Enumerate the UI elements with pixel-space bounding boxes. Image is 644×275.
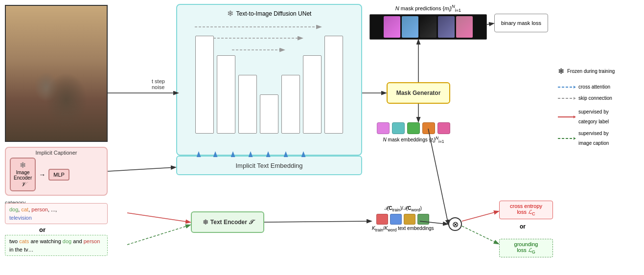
legend-frozen: ❄ Frozen during training [558, 64, 641, 79]
legend-supervised-category: supervised bycategory label [558, 107, 641, 127]
text-enc-label: Text Encoder 𝒯 [210, 219, 253, 226]
ce-loss-label: cross entropyloss ℒC [510, 203, 542, 216]
image-encoder-box: ❄ ImageEncoder 𝒱 [10, 158, 36, 191]
unet-col-5 [281, 75, 300, 134]
caption-person: person [84, 238, 100, 244]
label-ellipsis: , ..., [48, 206, 57, 212]
cat-image [5, 5, 108, 142]
svg-line-29 [127, 213, 190, 222]
ite-box: Implicit Text Embedding [176, 156, 362, 175]
caption-cats: cats [19, 238, 29, 244]
mask-thumb-4 [438, 16, 455, 38]
mask-thumb-2 [402, 16, 418, 38]
caption-text2: are watching [29, 238, 62, 244]
unet-col-6 [303, 55, 322, 134]
or-losses-label: or [520, 223, 526, 230]
emb-sq-4 [422, 122, 435, 134]
temb-sq-2 [390, 214, 402, 225]
unet-frozen-icon: ❄ [227, 9, 233, 18]
legend-frozen-icon: ❄ [558, 64, 564, 79]
arrow-enc-mlp: → [39, 171, 46, 179]
svg-line-22 [487, 23, 493, 24]
emb-sq-3 [407, 122, 420, 134]
temb-sq-3 [404, 214, 415, 225]
diagram: Implicit Captioner ❄ ImageEncoder 𝒱 → ML… [0, 0, 644, 275]
svg-marker-3 [574, 97, 575, 100]
label-television: television [9, 215, 32, 221]
svg-marker-5 [574, 115, 575, 118]
legend-cross-attention-label: cross attention [578, 82, 610, 92]
legend-skip-connection: skip connection [558, 93, 641, 103]
supervised-category-line-icon [558, 114, 575, 120]
text-enc-frozen-icon: ❄ [203, 218, 208, 226]
svg-line-27 [462, 211, 498, 221]
encoder-var: 𝒱 [21, 181, 25, 188]
svg-line-28 [462, 226, 498, 244]
caption-text4: in the tv… [9, 247, 34, 252]
t-step-noise-label: t stepnoise [152, 78, 165, 90]
unet-col-7 [324, 36, 343, 134]
legend-skip-connection-label: skip connection [578, 93, 612, 103]
caption-dog: dog [63, 238, 71, 244]
emb-sq-5 [437, 122, 450, 134]
caption-text3: and [71, 238, 83, 244]
label-cat: cat [21, 206, 28, 212]
unet-title: Text-to-Image Diffusion UNet [236, 10, 312, 17]
mask-embeddings-area: N mask embeddings {zi}Ni=1 [377, 122, 450, 144]
legend-frozen-label: Frozen during training [567, 67, 615, 76]
svg-marker-7 [574, 137, 575, 140]
unet-box: ❄ Text-to-Image Diffusion UNet [176, 4, 362, 156]
mask-generator-box: Mask Generator [387, 82, 450, 104]
svg-line-25 [264, 221, 371, 222]
legend-cross-attention: cross attention [558, 82, 641, 92]
text-emb-formula: 𝒯(Ctrain)/𝒯(Cword) [372, 206, 434, 212]
skip-connection-line-icon [558, 95, 575, 101]
binary-mask-loss-label: binary mask loss [501, 20, 541, 26]
legend-box: ❄ Frozen during training cross attention… [558, 64, 641, 150]
or-label: or [39, 226, 46, 233]
legend-supervised-caption: supervised byimage caption [558, 129, 641, 148]
label-person: person [31, 206, 48, 212]
svg-line-9 [108, 167, 175, 171]
emb-sq-2 [392, 122, 405, 134]
cross-attention-line-icon [558, 84, 575, 90]
text-embeddings-area: 𝒯(Ctrain)/𝒯(Cword) Ktrain/Kword text emb… [372, 206, 434, 232]
mask-thumb-5 [456, 16, 473, 38]
unet-col-4 [260, 94, 278, 134]
mask-pred-label: N mask predictions {mi}Ni=1 [369, 4, 487, 13]
text-encoder-box: ❄ Text Encoder 𝒯 [191, 211, 264, 233]
mlp-box: MLP [48, 169, 69, 181]
grounding-loss-label: groundingloss ℒG [514, 241, 538, 254]
unet-col-3 [238, 75, 257, 134]
temb-sq-4 [417, 214, 429, 225]
unet-col-1 [195, 36, 214, 134]
image-caption-box: two cats are watching dog and person in … [5, 235, 108, 256]
grounding-loss-box: groundingloss ℒG [499, 239, 553, 257]
legend-supervised-caption-label: supervised byimage caption [578, 129, 609, 148]
cross-entropy-loss-box: cross entropyloss ℒC [499, 201, 553, 219]
mask-gen-label: Mask Generator [396, 90, 441, 96]
mask-thumb-3 [420, 16, 437, 38]
legend-supervised-category-label: supervised bycategory label [578, 107, 609, 127]
caption-text1: two [9, 238, 19, 244]
binary-mask-loss-box: binary mask loss [494, 14, 548, 32]
k-label: Ktrain/Kword text embeddings [372, 226, 434, 232]
unet-col-2 [217, 55, 235, 134]
category-labels-box: dog, cat, person, ..., television [5, 203, 108, 224]
mask-emb-squares-row [377, 122, 450, 134]
captioner-title: Implicit Captioner [10, 150, 103, 156]
mask-images-row [369, 14, 487, 40]
frozen-icon-encoder: ❄ [20, 160, 26, 170]
text-emb-squares-row [372, 214, 434, 225]
otimes-symbol: ⊗ [448, 217, 462, 231]
label-dog: dog [9, 206, 18, 212]
implicit-captioner-box: Implicit Captioner ❄ ImageEncoder 𝒱 → ML… [5, 147, 108, 196]
emb-sq-1 [377, 122, 390, 134]
image-encoder-label: ImageEncoder [14, 170, 32, 181]
supervised-caption-line-icon [558, 136, 575, 141]
svg-marker-1 [574, 86, 575, 89]
ite-label: Implicit Text Embedding [235, 162, 302, 169]
mask-thumb-1 [384, 16, 400, 38]
temb-sq-1 [376, 214, 388, 225]
mask-predictions-area: N mask predictions {mi}Ni=1 [369, 4, 487, 40]
